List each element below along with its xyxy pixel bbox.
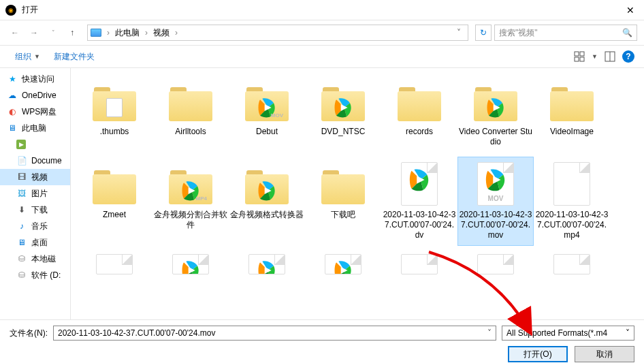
sidebar-item-快速访问[interactable]: ★快速访问 xyxy=(0,71,70,87)
file-item[interactable] xyxy=(229,250,305,277)
vid-icon: 🎞 xyxy=(16,172,27,183)
img-icon: 🖼 xyxy=(16,188,27,199)
desk-icon: 🖥 xyxy=(16,237,27,248)
forward-button[interactable]: → xyxy=(26,25,42,41)
file-label: DVD_NTSC xyxy=(321,127,366,137)
sidebar-item-OneDrive[interactable]: ☁OneDrive xyxy=(0,87,70,104)
file-item[interactable]: VideoImage xyxy=(534,74,610,153)
filetype-select[interactable]: All Supported Formats(*.m4 ˅ xyxy=(502,326,634,341)
nav-row: ← → ˅ ↑ › 此电脑 › 视频 › ˅ ↻ 搜索"视频" 🔍 xyxy=(0,20,644,45)
sidebar-item-下载[interactable]: ⬇下载 xyxy=(0,202,70,218)
sidebar-item-软件 (D:[interactable]: ⛁软件 (D: xyxy=(0,267,70,283)
file-thumb xyxy=(319,254,368,274)
file-thumb xyxy=(547,78,596,124)
open-button[interactable]: 打开(O) xyxy=(508,346,568,362)
file-item[interactable]: records xyxy=(381,74,457,153)
file-grid[interactable]: .thumbsAirlltoolsMOVDebutDVD_NTSCrecords… xyxy=(71,68,644,319)
green-icon: ▶ xyxy=(16,140,26,149)
file-item[interactable]: MP4金舟视频分割合并软件 xyxy=(152,157,229,246)
help-button[interactable]: ? xyxy=(622,50,634,63)
file-item[interactable]: Airlltools xyxy=(152,74,229,153)
back-button[interactable]: ← xyxy=(7,25,23,41)
sidebar-item-Docume[interactable]: 📄Docume xyxy=(0,153,70,169)
search-icon: 🔍 xyxy=(622,28,632,37)
sidebar-item-此电脑[interactable]: 🖥此电脑 xyxy=(0,120,70,136)
file-item[interactable]: 2020-11-03-10-42-37.CUT.00'07-00'24.mp4 xyxy=(534,157,610,246)
file-item[interactable]: 下载吧 xyxy=(305,157,381,246)
sidebar-item-桌面[interactable]: 🖥桌面 xyxy=(0,234,70,251)
search-placeholder: 搜索"视频" xyxy=(499,27,538,39)
filename-value: 2020-11-03-10-42-37.CUT.00'07-00'24.mov xyxy=(58,328,215,338)
file-thumb: MP4 xyxy=(166,161,215,207)
sidebar-item-图片[interactable]: 🖼图片 xyxy=(0,185,70,202)
main-area: ★快速访问☁OneDrive◐WPS网盘🖥此电脑▶📄Docume🎞视频🖼图片⬇下… xyxy=(0,68,644,319)
sidebar: ★快速访问☁OneDrive◐WPS网盘🖥此电脑▶📄Docume🎞视频🖼图片⬇下… xyxy=(0,68,71,319)
breadcrumb-root[interactable]: 此电脑 xyxy=(112,26,142,40)
svg-rect-3 xyxy=(580,57,584,61)
file-item[interactable] xyxy=(152,250,229,277)
breadcrumb-current[interactable]: 视频 xyxy=(150,26,172,40)
file-thumb xyxy=(547,254,596,274)
chevron-right-icon: › xyxy=(172,28,180,37)
file-label: 2020-11-03-10-42-37.CUT.00'07-00'24.mov xyxy=(459,210,532,240)
chevron-right-icon: › xyxy=(142,28,150,37)
file-label: 金舟视频格式转换器 xyxy=(230,210,304,220)
filetype-value: All Supported Formats(*.m4 xyxy=(506,328,607,338)
file-item[interactable]: 金舟视频格式转换器 xyxy=(229,157,305,246)
file-thumb xyxy=(471,78,520,124)
file-thumb: MOV xyxy=(471,161,520,207)
file-thumb xyxy=(166,78,215,124)
app-icon: ◉ xyxy=(5,5,16,16)
file-item[interactable]: Zmeet xyxy=(76,157,152,246)
recent-dropdown[interactable]: ˅ xyxy=(45,25,61,41)
file-item[interactable]: MOVDebut xyxy=(229,74,305,153)
file-thumb xyxy=(242,161,291,207)
file-item[interactable]: 2020-11-03-10-42-37.CUT.00'07-00'24.dv xyxy=(381,157,457,246)
file-label: 下载吧 xyxy=(331,210,355,220)
new-folder-button[interactable]: 新建文件夹 xyxy=(48,48,100,65)
sidebar-item-音乐[interactable]: ♪音乐 xyxy=(0,218,70,234)
cancel-button[interactable]: 取消 xyxy=(575,346,634,362)
search-input[interactable]: 搜索"视频" 🔍 xyxy=(494,25,637,41)
file-item[interactable] xyxy=(76,250,152,277)
file-label: 金舟视频分割合并软件 xyxy=(154,210,227,230)
breadcrumb[interactable]: › 此电脑 › 视频 › ˅ xyxy=(87,25,468,41)
file-thumb xyxy=(395,78,444,124)
file-label: Debut xyxy=(256,127,278,137)
organize-menu[interactable]: 组织▼ xyxy=(10,48,46,65)
file-item[interactable]: DVD_NTSC xyxy=(305,74,381,153)
disk-icon: ⛁ xyxy=(16,270,27,281)
file-label: Zmeet xyxy=(103,210,126,220)
filename-input[interactable]: 2020-11-03-10-42-37.CUT.00'07-00'24.mov … xyxy=(53,326,496,341)
file-item[interactable]: Video Converter Studio xyxy=(457,74,534,153)
sidebar-item-视频[interactable]: 🎞视频 xyxy=(0,169,70,185)
file-thumb: MOV xyxy=(242,78,291,124)
view-dropdown[interactable]: ▼ xyxy=(592,53,598,60)
view-mode-button[interactable] xyxy=(574,51,585,62)
file-thumb xyxy=(90,254,139,274)
file-thumb xyxy=(242,254,291,274)
close-button[interactable]: ✕ xyxy=(617,0,644,20)
sidebar-item-sub[interactable]: ▶ xyxy=(0,136,70,153)
sidebar-item-本地磁[interactable]: ⛁本地磁 xyxy=(0,251,70,267)
file-item[interactable] xyxy=(457,250,534,277)
file-label: 2020-11-03-10-42-37.CUT.00'07-00'24.dv xyxy=(383,210,456,240)
file-label: Airlltools xyxy=(175,127,206,137)
file-label: records xyxy=(406,127,433,137)
svg-rect-0 xyxy=(575,52,579,56)
filename-dropdown[interactable]: ˅ xyxy=(487,328,492,338)
breadcrumb-dropdown[interactable]: ˅ xyxy=(453,28,465,37)
file-item[interactable] xyxy=(305,250,381,277)
file-item[interactable]: .thumbs xyxy=(76,74,152,153)
file-thumb xyxy=(166,254,215,274)
file-item[interactable] xyxy=(381,250,457,277)
preview-pane-button[interactable] xyxy=(605,51,615,62)
filetype-dropdown[interactable]: ˅ xyxy=(626,328,630,338)
file-item[interactable] xyxy=(534,250,610,277)
music-icon: ♪ xyxy=(16,221,27,232)
up-button[interactable]: ↑ xyxy=(64,25,80,41)
doc-icon: 📄 xyxy=(16,155,27,166)
file-item[interactable]: MOV2020-11-03-10-42-37.CUT.00'07-00'24.m… xyxy=(457,157,534,246)
sidebar-item-WPS网盘[interactable]: ◐WPS网盘 xyxy=(0,104,70,120)
refresh-button[interactable]: ↻ xyxy=(475,25,492,41)
